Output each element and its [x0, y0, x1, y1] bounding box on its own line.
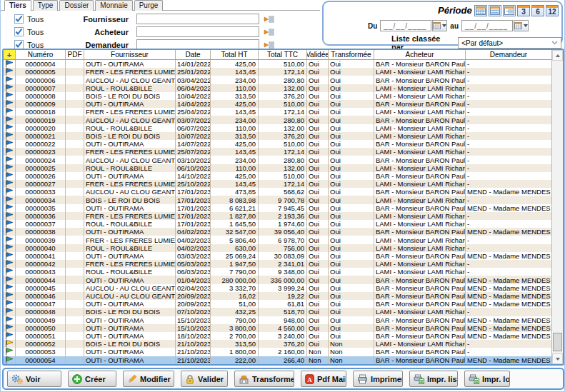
table-row[interactable]: 00000008BOIS - LE ROI DU BOIS10/04/20223…: [4, 92, 551, 100]
fournisseur-input[interactable]: [136, 14, 259, 24]
table-row[interactable]: 00000038OUTI - OUTIRAMA04/02/202332 547,…: [4, 228, 551, 236]
flag-blue-icon: [5, 124, 14, 132]
table-row[interactable]: 00000027FRER - LES FRERES LUMIERES25/10/…: [4, 180, 551, 188]
tous-checkbox-fournisseur[interactable]: [14, 14, 24, 24]
acheteur-input[interactable]: [136, 26, 259, 37]
modifier-button[interactable]: Modifier: [123, 371, 174, 387]
table-row[interactable]: 00000005FRER - LES FRERES LUMIERES25/01/…: [4, 68, 551, 76]
cell-validee: Oui: [307, 148, 329, 156]
acheteur-picker-button[interactable]: [264, 28, 274, 36]
cell-pdf: [66, 220, 84, 228]
tab-tiers[interactable]: Tiers: [4, 0, 31, 11]
column-header-transformee[interactable]: Transformée: [329, 50, 374, 59]
cell-total-ht: 143,45: [211, 148, 259, 156]
table-row[interactable]: 00000006AUCLOU - AU CLOU GEANT03/04/2022…: [4, 76, 551, 84]
valider-button[interactable]: Valider: [181, 371, 228, 387]
cell-pdf: [66, 60, 84, 68]
date-from-input[interactable]: __/__/____: [380, 20, 431, 31]
table-row[interactable]: 00000039FRER - LES FRERES LUMIERES04/02/…: [4, 236, 551, 243]
table-row[interactable]: 00000033AUCLOU - AU CLOU GEANT17/01/2023…: [4, 188, 551, 196]
table-row[interactable]: 00000004OUTI - OUTIRAMA14/01/2022425,005…: [4, 60, 551, 68]
column-header-total-ttc[interactable]: Total TTC: [259, 50, 307, 59]
table-row[interactable]: 00000007ROUL - ROUL&BILLE06/04/2022110,0…: [4, 84, 551, 92]
column-header-pdf[interactable]: PDF: [66, 50, 84, 59]
cell-total-ttc: 172,14: [259, 68, 307, 76]
imprimer-button[interactable]: Imprimer: [353, 371, 403, 387]
table-row[interactable]: 00000022OUTI - OUTIRAMA14/07/2022425,005…: [4, 140, 551, 148]
column-header-fournisseur[interactable]: Fournisseur: [84, 50, 176, 59]
column-header-date[interactable]: Date: [176, 50, 211, 59]
table-row[interactable]: 00000035OUTI - OUTIRAMA17/01/20236 621,2…: [4, 204, 551, 212]
flag-blue-icon: [5, 276, 14, 284]
table-row[interactable]: 00000020ROUL - ROUL&BILLE06/07/2022110,0…: [4, 124, 551, 132]
tab-type[interactable]: Type: [33, 0, 59, 11]
tab-dossier[interactable]: Dossier: [59, 0, 94, 11]
table-row[interactable]: 00000037ROUL - ROUL&BILLE17/01/20231 645…: [4, 220, 551, 228]
table-row[interactable]: 00000053OUTI - OUTIRAMA21/10/20231 800,0…: [4, 348, 551, 356]
fournisseur-picker-button[interactable]: [264, 15, 274, 24]
table-row[interactable]: 00000024AUCLOU - AU CLOU GEANT03/10/2022…: [4, 156, 551, 164]
period-12-months-button[interactable]: 12: [546, 5, 559, 16]
flag-blue-icon: [5, 172, 14, 180]
table-row[interactable]: 00000018FRER - LES FRERES LUMIERES25/04/…: [4, 108, 551, 116]
column-header-demandeur[interactable]: Demandeur: [466, 50, 551, 59]
impr-lot-button[interactable]: Impr. lot: [464, 371, 510, 387]
tous-checkbox-acheteur[interactable]: [14, 27, 24, 36]
table-row[interactable]: 00000046AUCLOU - AU CLOU GEANT20/09/2023…: [4, 292, 551, 300]
table-row[interactable]: 00000052BOIS - LE ROI DU BOIS21/10/20233…: [4, 340, 551, 348]
table-row[interactable]: 00000025ROUL - ROUL&BILLE06/10/2022110,0…: [4, 164, 551, 172]
table-row[interactable]: 00000051OUTI - OUTIRAMA18/10/20232 700,0…: [4, 332, 551, 340]
column-header-validee[interactable]: Validée: [307, 50, 329, 59]
cell-demandeur: -: [466, 340, 551, 348]
table-row[interactable]: 00000034BOIS - LE ROI DU BOIS17/01/20238…: [4, 196, 551, 203]
date-range-row: Du __/__/____ au __/__/____: [365, 20, 529, 31]
table-row[interactable]: 00000048BOIS - LE ROI DU BOIS07/10/20234…: [4, 308, 551, 316]
table-row[interactable]: 00000026OUTI - OUTIRAMA14/10/2022425,005…: [4, 172, 551, 180]
cell-demandeur: -: [466, 172, 551, 180]
table-row[interactable]: 00000043ROUL - ROUL&BILLE06/03/20237 790…: [4, 268, 551, 276]
table-plus-button[interactable]: +: [4, 50, 16, 59]
period-calendar-week-button[interactable]: [489, 5, 501, 16]
table-row[interactable]: 00000021BOIS - LE ROI DU BOIS10/07/20223…: [4, 132, 551, 140]
table-row[interactable]: 00000047OUTI - OUTIRAMA20/09/202351,0061…: [4, 300, 551, 308]
table-row[interactable]: 00000042FRER - LES FRERES LUMIERES05/03/…: [4, 260, 551, 268]
date-from-calendar-button[interactable]: [432, 20, 447, 31]
demandeur-picker-button[interactable]: [264, 41, 274, 49]
impr-liste-button[interactable]: Impr. liste: [409, 371, 458, 387]
scroll-down-button[interactable]: [552, 353, 563, 364]
creer-button[interactable]: Créer: [68, 371, 116, 387]
pdf-mail-button[interactable]: APdf Mail: [301, 371, 346, 387]
vertical-scrollbar[interactable]: [551, 50, 563, 364]
period-calendar-day-button[interactable]: [474, 5, 487, 16]
column-header-numero[interactable]: Numéro: [16, 50, 66, 59]
table-row[interactable]: 00000050OUTI - OUTIRAMA15/10/20233 800,0…: [4, 324, 551, 332]
table-row[interactable]: 00000049OUTI - OUTIRAMA15/10/2023790,009…: [4, 316, 551, 324]
table-row[interactable]: 00000044OUTI - OUTIRAMA01/04/2023280 000…: [4, 276, 551, 283]
table-row[interactable]: 00000036FRER - LES FRERES LUMIERES17/01/…: [4, 212, 551, 220]
table-row[interactable]: 00000023FRER - LES FRERES LUMIERES25/07/…: [4, 148, 551, 156]
transformer-button[interactable]: Transformer: [234, 371, 294, 387]
table-row[interactable]: 00000054OUTI - OUTIRAMA21/10/2023222,002…: [4, 356, 551, 364]
date-to-input[interactable]: __/__/____: [461, 20, 513, 31]
scrollbar-thumb[interactable]: [553, 333, 562, 351]
table-row[interactable]: 00000019AUCLOU - AU CLOU GEANT03/07/2022…: [4, 116, 551, 124]
voir-button[interactable]: Voir: [7, 371, 61, 387]
period-calendar-month-button[interactable]: [503, 5, 516, 16]
cell-total-ht: 143,45: [211, 180, 259, 188]
table-row[interactable]: 00000009OUTI - OUTIRAMA14/04/2022425,005…: [4, 100, 551, 108]
column-header-total-ht[interactable]: Total HT: [211, 50, 259, 59]
table-row[interactable]: 00000045AUCLOU - AU CLOU GEANT02/04/2023…: [4, 284, 551, 292]
table-row[interactable]: 00000041OUTI - OUTIRAMA03/03/202325 069,…: [4, 252, 551, 260]
tab-purge[interactable]: Purge: [134, 0, 164, 11]
column-header-acheteur[interactable]: Acheteur: [374, 50, 466, 59]
table-row[interactable]: 00000040ROUL - ROUL&BILLE04/02/2023630,0…: [4, 244, 551, 252]
cell-total-ttc: 61,81: [259, 300, 307, 308]
date-to-calendar-button[interactable]: [514, 20, 529, 31]
cell-total-ttc: 1 974,60: [259, 220, 307, 228]
tab-monnaie[interactable]: Monnaie: [95, 0, 132, 11]
periode-panel: Période 3612 Du __/__/____ au __/__/____…: [322, 1, 563, 46]
period-6-months-button[interactable]: 6: [531, 5, 544, 16]
sort-order-select[interactable]: <Par défaut>: [458, 37, 561, 49]
period-3-months-button[interactable]: 3: [517, 5, 530, 16]
scroll-up-button[interactable]: [552, 50, 563, 61]
